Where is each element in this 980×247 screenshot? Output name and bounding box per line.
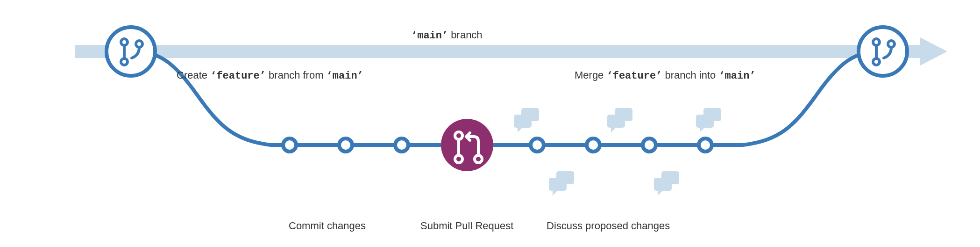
create-branch-label: Create ‘feature’ branch from ‘main’ xyxy=(177,69,363,82)
commit-changes-label: Commit changes xyxy=(289,220,366,232)
end-branch-node xyxy=(859,27,907,76)
chat-icon xyxy=(696,108,721,132)
main-branch-arrow xyxy=(75,37,947,65)
quote: ‘ xyxy=(606,70,612,82)
svg-point-6 xyxy=(587,138,600,152)
svg-point-8 xyxy=(699,138,712,152)
main-branch-label: ‘main’ branch xyxy=(411,29,483,42)
svg-marker-23 xyxy=(611,127,617,132)
branch-name: main xyxy=(725,70,750,82)
svg-rect-16 xyxy=(521,108,539,121)
svg-rect-28 xyxy=(661,171,679,184)
branch-name: main xyxy=(333,70,357,82)
chat-icon xyxy=(549,171,574,196)
text: branch from xyxy=(266,69,327,81)
quote: ‘ xyxy=(210,70,216,82)
svg-point-34 xyxy=(107,27,155,76)
svg-rect-32 xyxy=(703,108,721,121)
svg-point-7 xyxy=(643,138,656,152)
svg-marker-19 xyxy=(553,190,558,196)
svg-rect-24 xyxy=(615,108,632,121)
chat-icon xyxy=(607,108,632,132)
quote: ’ xyxy=(260,70,266,82)
start-branch-node xyxy=(107,27,155,76)
svg-point-4 xyxy=(395,138,408,152)
svg-marker-27 xyxy=(658,190,663,196)
svg-point-3 xyxy=(339,138,352,152)
branch-name: main xyxy=(417,30,442,42)
quote: ‘ xyxy=(718,70,724,82)
svg-point-39 xyxy=(859,27,907,76)
svg-marker-31 xyxy=(700,127,705,132)
quote: ’ xyxy=(357,70,363,82)
chat-icon xyxy=(654,171,679,196)
text: branch into xyxy=(662,69,718,81)
quote: ‘ xyxy=(411,30,417,42)
svg-point-5 xyxy=(531,138,544,152)
pull-request-node xyxy=(441,119,493,171)
chat-icon xyxy=(514,108,539,132)
quote: ’ xyxy=(656,70,662,82)
svg-point-9 xyxy=(441,119,493,171)
feature-branch-path xyxy=(131,51,883,145)
text: Create xyxy=(177,69,210,81)
branch-name: feature xyxy=(613,70,656,82)
svg-marker-15 xyxy=(518,127,523,132)
diagram-svg xyxy=(0,0,980,247)
merge-branch-label: Merge ‘feature’ branch into ‘main’ xyxy=(575,69,756,82)
svg-rect-20 xyxy=(556,171,574,184)
branch-name: feature xyxy=(216,70,259,82)
svg-point-2 xyxy=(283,138,296,152)
text: Merge xyxy=(575,69,606,81)
git-flow-diagram: ‘main’ branch Create ‘feature’ branch fr… xyxy=(0,0,980,247)
branch-suffix: branch xyxy=(448,29,482,41)
svg-rect-0 xyxy=(75,45,920,58)
submit-pr-label: Submit Pull Request xyxy=(420,220,513,232)
quote: ’ xyxy=(749,70,755,82)
discuss-changes-label: Discuss proposed changes xyxy=(547,220,670,232)
svg-marker-1 xyxy=(920,37,947,65)
quote: ’ xyxy=(442,30,448,42)
chat-bubbles xyxy=(514,108,721,196)
quote: ‘ xyxy=(327,70,333,82)
